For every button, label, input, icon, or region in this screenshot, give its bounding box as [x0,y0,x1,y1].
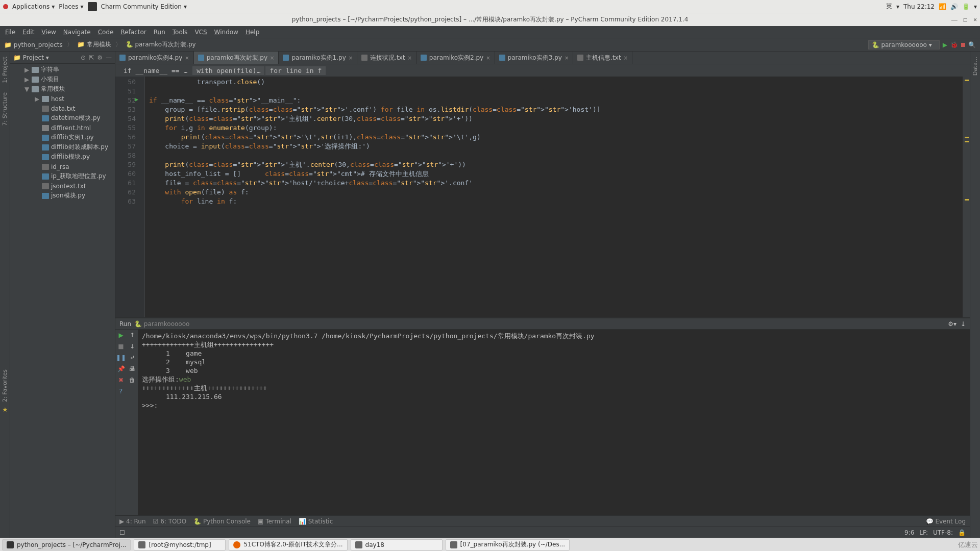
menu-navigate[interactable]: Navigate [63,29,91,36]
menu-code[interactable]: Code [98,29,114,36]
hide-icon[interactable]: — [106,54,112,61]
terminal-toolwindow-button[interactable]: ▣ Terminal [258,518,291,525]
menu-run[interactable]: Run [154,29,165,36]
tree-file[interactable]: id_rsa [10,162,115,171]
toggle-toolwindows-icon[interactable]: ☐ [119,529,125,536]
minimize-button[interactable]: — [951,16,958,23]
search-icon[interactable]: 🔍 [968,41,976,48]
lock-icon[interactable]: 🔒 [958,529,966,536]
breadcrumb-folder[interactable]: 📁 常用模块 [77,40,111,49]
autoscroll-icon[interactable]: ⊙ [81,54,86,61]
app-menu[interactable]: Charm Community Edition ▾ [101,3,187,10]
line-ending[interactable]: LF: [919,529,928,536]
help-icon[interactable]: ? [119,388,122,395]
breadcrumb-item[interactable]: if __name__ == … [119,66,191,75]
menu-window[interactable]: Window [214,29,238,36]
tree-folder[interactable]: ▶小项目 [10,74,115,84]
places-menu[interactable]: Places ▾ [59,3,83,10]
statistic-toolwindow-button[interactable]: 📊 Statistic [299,518,333,525]
tree-file[interactable]: ip_获取地理位置.py [10,171,115,181]
structure-toolwindow-tab[interactable]: 7: Structure [2,89,8,129]
pause-icon[interactable]: ❚❚ [116,354,126,361]
tree-folder[interactable]: ▶字符串 [10,65,115,74]
project-toolwindow-tab[interactable]: 1: Project [2,54,8,86]
taskbar-item[interactable]: python_projects – [~/PycharmProj... [2,539,131,550]
taskbar-item[interactable]: day18 [351,539,443,550]
close-tab-icon[interactable]: × [270,55,274,61]
tree-file[interactable]: difflib封装成脚本.py [10,142,115,152]
taskbar-item[interactable]: [root@myhost:/tmp] [134,539,226,550]
close-icon[interactable]: ✖ [118,377,124,384]
print-icon[interactable]: 🖶 [129,365,135,372]
close-tab-icon[interactable]: × [486,55,490,61]
code-editor[interactable]: transport.close() if __name__ == class="… [145,77,963,317]
trash-icon[interactable]: 🗑 [129,377,135,384]
tree-file[interactable]: diffirent.html [10,123,115,133]
close-tab-icon[interactable]: × [185,55,189,61]
editor-tab[interactable]: paramiko实例3.py× [495,52,574,64]
close-tab-icon[interactable]: × [624,55,628,61]
error-stripe[interactable] [963,77,970,317]
ime-indicator[interactable]: 英 [886,2,892,11]
stop-button-icon[interactable] [961,43,965,47]
menu-edit[interactable]: Edit [22,29,34,36]
menu-file[interactable]: FFileile [5,29,15,36]
breadcrumb-root[interactable]: 📁 python_projects [4,41,63,48]
gear-icon[interactable]: ⚙ [97,54,103,61]
eventlog-button[interactable]: 💬 Event Log [926,518,966,525]
up-icon[interactable]: ↑ [130,332,135,339]
tree-file[interactable]: difflib模块.py [10,152,115,162]
taskbar-item[interactable]: 51CTO博客2.0-原创IT技术文章分... [229,539,347,550]
run-toolwindow-button[interactable]: ▶ 4: Run [119,518,146,525]
pin-icon[interactable]: 📌 [117,365,125,372]
tree-file[interactable]: json模块.py [10,191,115,201]
applications-menu[interactable]: Applications ▾ [12,3,55,10]
todo-toolwindow-button[interactable]: ☑ 6: TODO [153,518,187,525]
wifi-icon[interactable]: 📶 [939,3,946,10]
run-config-dropdown[interactable]: 🐍 paramkoooooo ▾ [868,40,940,49]
menu-help[interactable]: Help [246,29,259,36]
editor-tab[interactable]: 主机信息.txt× [573,52,632,64]
tree-file[interactable]: data.txt [10,104,115,113]
power-icon[interactable]: ▾ [974,3,977,10]
taskbar-item[interactable]: [07_paramiko再次封装.py (~/Des... [446,539,570,550]
menu-view[interactable]: View [41,29,56,36]
menu-refactor[interactable]: Refactor [120,29,146,36]
rerun-icon[interactable]: ▶ [118,332,123,339]
menu-tools[interactable]: Tools [173,29,188,36]
wrap-icon[interactable]: ⤶ [130,354,135,361]
run-button-icon[interactable]: ▶ [943,41,947,48]
battery-icon[interactable]: 🔋 [962,3,970,10]
volume-icon[interactable]: 🔊 [950,3,958,10]
gear-icon[interactable]: ⚙▾ [948,320,957,328]
close-tab-icon[interactable]: × [407,55,411,61]
favorites-toolwindow-tab[interactable]: 2: Favorites [0,367,10,404]
editor-tab[interactable]: paramiko实例1.py× [279,52,357,64]
tree-folder-open[interactable]: ▼常用模块 [10,84,115,94]
debug-button-icon[interactable]: 🐞 [950,41,958,48]
close-tab-icon[interactable]: × [349,55,353,61]
close-button[interactable]: × [973,16,977,23]
console-output[interactable]: /home/kiosk/anaconda3/envs/wps/bin/pytho… [138,330,970,515]
pyconsole-toolwindow-button[interactable]: 🐍 Python Console [193,518,251,525]
editor-tab[interactable]: paramiko实例4.py× [115,52,194,64]
maximize-button[interactable]: □ [964,16,967,23]
minimize-panel-icon[interactable]: ⤓ [961,320,966,328]
down-icon[interactable]: ↓ [130,343,135,350]
encoding[interactable]: UTF-8: [933,529,953,536]
breadcrumb-item[interactable]: with open(file)… [192,66,264,75]
database-toolwindow-tab[interactable]: Data… [972,54,978,79]
stop-icon[interactable]: ■ [118,343,124,350]
tree-file[interactable]: datetime模块.py [10,113,115,123]
editor-tab[interactable]: paramko再次封装.py× [194,52,279,64]
fold-gutter[interactable] [139,77,145,317]
tree-file[interactable]: difflib实例1.py [10,133,115,142]
breadcrumb-file[interactable]: 🐍 paramko再次封装.py [126,40,196,49]
tree-file[interactable]: jsontext.txt [10,181,115,191]
tree-folder[interactable]: ▶host [10,94,115,104]
editor-tab[interactable]: paramiko实例2.py× [416,52,495,64]
menu-vcs[interactable]: VCS [194,29,207,36]
close-tab-icon[interactable]: × [565,55,569,61]
collapse-icon[interactable]: ⇱ [89,54,94,61]
breadcrumb-item[interactable]: for line in f [265,66,326,75]
